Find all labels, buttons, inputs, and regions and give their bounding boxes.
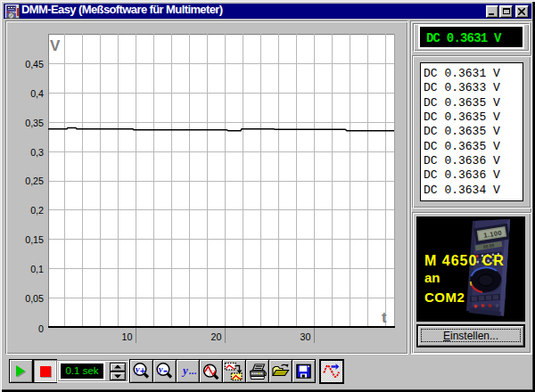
svg-text:V: V [50, 37, 61, 54]
svg-text:COM2: COM2 [424, 290, 465, 305]
svg-text:0,3: 0,3 [30, 147, 44, 158]
svg-text:+: + [140, 365, 145, 376]
svg-text:0: 0 [38, 323, 44, 334]
svg-text:0,15: 0,15 [25, 234, 44, 245]
svg-text:0,1: 0,1 [30, 264, 44, 274]
svg-text:...: ... [189, 365, 197, 376]
svg-text:an: an [424, 270, 440, 285]
svg-text:y: y [134, 363, 140, 374]
svg-text:20: 20 [211, 331, 222, 342]
svg-text:0,25: 0,25 [25, 176, 44, 186]
svg-text:30: 30 [300, 331, 311, 342]
svg-text:0,35: 0,35 [25, 118, 44, 128]
svg-text:t: t [382, 309, 387, 326]
svg-text:0,2: 0,2 [30, 205, 44, 216]
svg-text:M 4650 CR: M 4650 CR [424, 253, 505, 268]
svg-text:10: 10 [122, 331, 133, 342]
svg-text:0,4: 0,4 [30, 88, 44, 99]
svg-text:0,05: 0,05 [25, 293, 44, 304]
svg-text:0,45: 0,45 [25, 59, 44, 69]
svg-text:y: y [157, 363, 163, 374]
svg-text:y: y [181, 363, 188, 377]
